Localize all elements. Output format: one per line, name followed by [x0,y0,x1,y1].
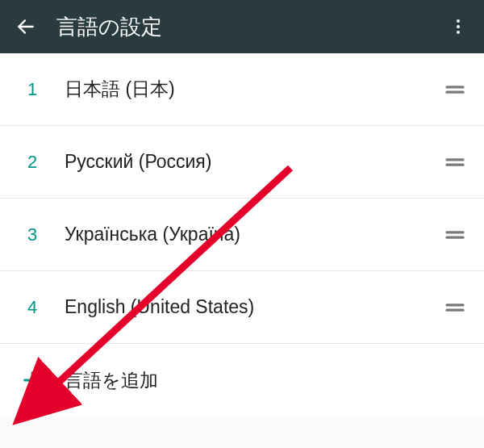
svg-point-1 [457,19,460,23]
page-title: 言語の設定 [56,13,440,41]
language-index: 1 [0,79,65,100]
drag-handle[interactable] [432,67,478,112]
language-index: 2 [0,152,65,173]
language-row[interactable]: 1 日本語 (日本) [0,53,484,126]
drag-handle-icon [443,295,467,320]
add-button[interactable] [0,369,65,391]
language-index: 4 [0,297,65,318]
arrow-back-icon [15,16,36,37]
language-row[interactable]: 4 English (United States) [0,271,484,344]
appbar: 言語の設定 [0,0,484,53]
add-language-label: 言語を追加 [65,368,158,393]
language-label: English (United States) [65,296,432,318]
plus-icon [21,369,44,391]
drag-handle[interactable] [432,285,478,330]
language-label: Українська (Україна) [65,224,432,245]
back-button[interactable] [8,9,44,44]
language-row[interactable]: 2 Русский (Россия) [0,126,484,199]
language-label: 日本語 (日本) [65,77,432,102]
language-label: Русский (Россия) [65,151,432,173]
drag-handle-icon [443,223,467,247]
language-index: 3 [0,224,65,245]
more-vert-icon [449,17,468,36]
drag-handle[interactable] [432,212,478,257]
language-row[interactable]: 3 Українська (Україна) [0,199,484,271]
drag-handle-icon [443,150,467,174]
overflow-menu-button[interactable] [440,9,476,44]
svg-point-3 [457,31,460,34]
drag-handle[interactable] [432,140,478,185]
add-language-row[interactable]: 言語を追加 [0,344,484,417]
language-list: 1 日本語 (日本) 2 Русский (Россия) 3 Українсь… [0,53,484,417]
svg-point-2 [457,25,460,28]
drag-handle-icon [443,77,467,102]
